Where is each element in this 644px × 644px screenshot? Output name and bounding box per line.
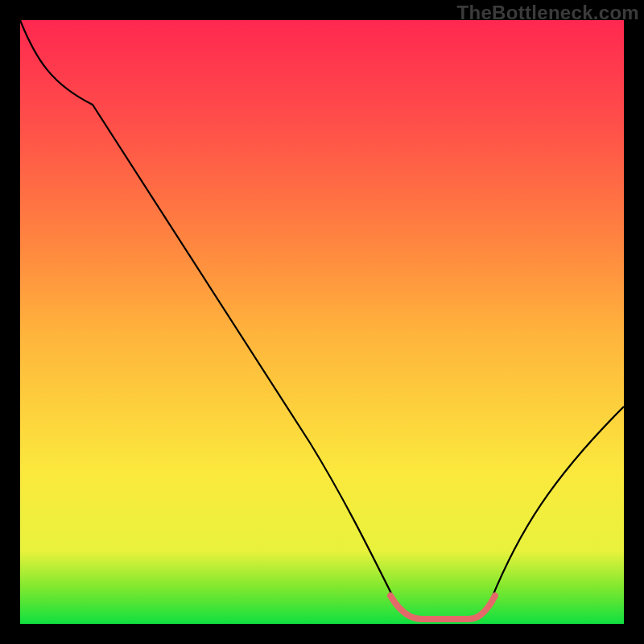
watermark-text: TheBottleneck.com: [457, 2, 639, 24]
chart-frame: [20, 20, 624, 624]
gradient-background: [20, 20, 624, 624]
